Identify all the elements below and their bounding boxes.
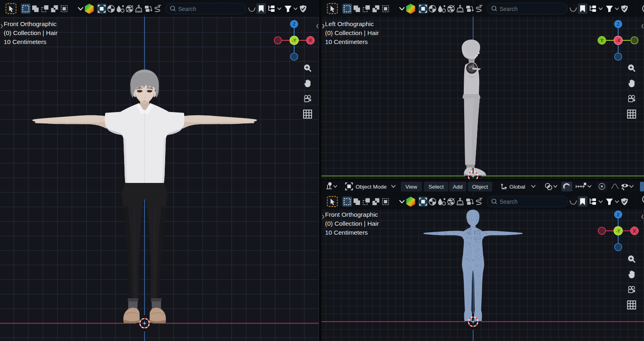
svg-text:-X: -X: [616, 38, 620, 43]
svg-text:❮: ❮: [316, 24, 319, 29]
svg-text:❮: ❮: [641, 24, 644, 29]
svg-text:Select: Select: [428, 184, 444, 190]
svg-text:Left Orthographic: Left Orthographic: [325, 20, 374, 27]
svg-text:10 Centimeters: 10 Centimeters: [325, 38, 368, 45]
svg-text:❯: ❯: [0, 24, 3, 29]
svg-text:View: View: [405, 184, 417, 190]
svg-text:Search: Search: [178, 6, 196, 12]
svg-text:X: X: [633, 229, 636, 233]
svg-text:(0) Collection | Hair: (0) Collection | Hair: [4, 29, 57, 36]
svg-text:10 Centimeters: 10 Centimeters: [4, 38, 46, 45]
svg-text:Front Orthographic: Front Orthographic: [325, 211, 378, 218]
svg-text:❯: ❯: [322, 24, 325, 29]
svg-text:Search: Search: [500, 6, 517, 12]
svg-text:(0) Collection | Hair: (0) Collection | Hair: [325, 220, 379, 227]
svg-text:Object: Object: [472, 184, 488, 190]
svg-text:10 Centimeters: 10 Centimeters: [325, 229, 368, 236]
svg-text:❮: ❮: [641, 214, 644, 219]
svg-text:❯: ❯: [321, 214, 325, 219]
svg-text:Z: Z: [617, 212, 620, 217]
svg-text:Y: Y: [600, 38, 604, 43]
svg-text:Front Orthographic: Front Orthographic: [4, 20, 57, 27]
svg-text:Object Mode: Object Mode: [356, 184, 387, 190]
svg-text:-Y: -Y: [616, 229, 620, 233]
svg-text:(0) Collection | Hair: (0) Collection | Hair: [325, 29, 379, 36]
svg-text:Z: Z: [617, 22, 620, 26]
svg-text:Search: Search: [500, 198, 517, 205]
svg-text:Global: Global: [509, 184, 525, 190]
svg-text:-Y: -Y: [292, 38, 296, 43]
svg-text:Add: Add: [453, 184, 463, 190]
svg-text:X: X: [309, 38, 312, 43]
svg-text:Z: Z: [293, 22, 296, 26]
